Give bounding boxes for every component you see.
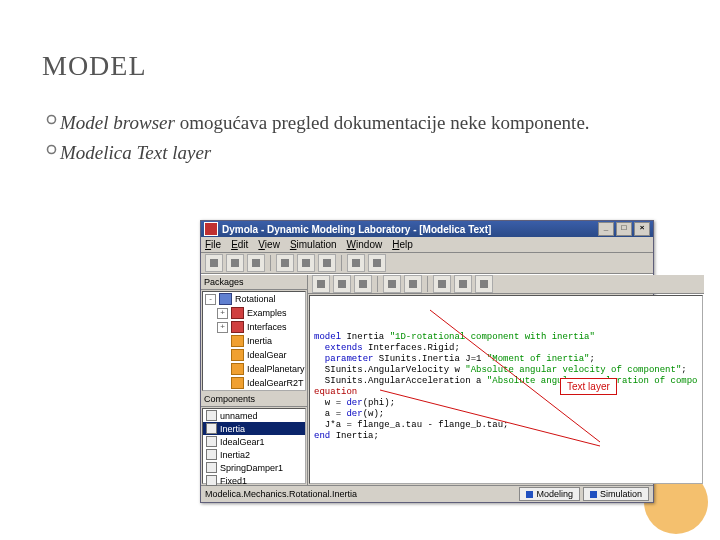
toolbar-button[interactable] bbox=[318, 254, 336, 272]
package-item[interactable]: -Rotational bbox=[203, 292, 305, 306]
toolbar-button[interactable] bbox=[354, 275, 372, 293]
status-text: Modelica.Mechanics.Rotational.Inertia bbox=[205, 489, 357, 499]
menu-help[interactable]: Help bbox=[392, 239, 413, 250]
tree-toggle-icon[interactable]: + bbox=[217, 308, 228, 319]
toolbar-button[interactable] bbox=[383, 275, 401, 293]
close-button[interactable]: × bbox=[634, 222, 650, 236]
package-icon bbox=[231, 363, 244, 375]
menu-window[interactable]: Window bbox=[347, 239, 383, 250]
code-line: model Inertia "1D-rotational component w… bbox=[314, 332, 697, 343]
editor-toolbar bbox=[308, 275, 703, 294]
main-toolbar bbox=[201, 253, 653, 274]
component-icon bbox=[206, 449, 217, 460]
menu-bar: FileEditViewSimulationWindowHelp bbox=[201, 237, 653, 253]
mode-simulation-button[interactable]: Simulation bbox=[583, 487, 649, 501]
bullet-list: Model browser omogućava pregled dokument… bbox=[42, 110, 678, 165]
minimize-button[interactable]: _ bbox=[598, 222, 614, 236]
code-editor[interactable]: model Inertia "1D-rotational component w… bbox=[309, 295, 702, 484]
package-item[interactable]: Inertia bbox=[203, 334, 305, 348]
package-label: Interfaces bbox=[247, 322, 287, 332]
packages-tree[interactable]: -Rotational+Examples+InterfacesInertiaId… bbox=[202, 291, 306, 391]
mode-led-icon bbox=[590, 491, 597, 498]
code-line: SIunits.AngularAcceleration a "Absolute … bbox=[314, 376, 697, 387]
package-icon bbox=[231, 349, 244, 361]
package-icon bbox=[231, 321, 244, 333]
svg-point-0 bbox=[47, 116, 55, 124]
toolbar-button[interactable] bbox=[347, 254, 365, 272]
component-icon bbox=[206, 462, 217, 473]
svg-point-1 bbox=[47, 145, 55, 153]
toolbar-button[interactable] bbox=[404, 275, 422, 293]
toolbar-button[interactable] bbox=[312, 275, 330, 293]
component-label: IdealGear1 bbox=[220, 437, 265, 447]
component-label: unnamed bbox=[220, 411, 258, 421]
package-icon bbox=[231, 335, 244, 347]
package-icon bbox=[231, 307, 244, 319]
component-icon bbox=[206, 423, 217, 434]
component-label: Inertia bbox=[220, 424, 245, 434]
toolbar-button[interactable] bbox=[454, 275, 472, 293]
components-header: Components bbox=[201, 392, 307, 407]
component-label: Inertia2 bbox=[220, 450, 250, 460]
package-label: IdealGear bbox=[247, 350, 287, 360]
menu-file[interactable]: File bbox=[205, 239, 221, 250]
component-item[interactable]: Fixed1 bbox=[203, 474, 305, 487]
component-icon bbox=[206, 410, 217, 421]
bullet-text: Model browser omogućava pregled dokument… bbox=[60, 110, 678, 136]
menu-view[interactable]: View bbox=[258, 239, 280, 250]
component-item[interactable]: Inertia bbox=[203, 422, 305, 435]
app-icon bbox=[204, 222, 218, 236]
package-label: Examples bbox=[247, 308, 287, 318]
window-titlebar: Dymola - Dynamic Modeling Laboratory - [… bbox=[201, 221, 653, 237]
toolbar-separator bbox=[341, 255, 342, 271]
component-item[interactable]: Inertia2 bbox=[203, 448, 305, 461]
toolbar-button[interactable] bbox=[333, 275, 351, 293]
maximize-button[interactable]: □ bbox=[616, 222, 632, 236]
bullet-icon bbox=[42, 114, 60, 136]
mode-led-icon bbox=[526, 491, 533, 498]
bullet-icon bbox=[42, 144, 60, 166]
package-icon bbox=[231, 377, 244, 389]
package-item[interactable]: +Interfaces bbox=[203, 320, 305, 334]
code-line: equation bbox=[314, 387, 697, 398]
toolbar-button[interactable] bbox=[368, 254, 386, 272]
package-item[interactable]: IdealGear bbox=[203, 348, 305, 362]
components-list[interactable]: unnamedInertiaIdealGear1Inertia2SpringDa… bbox=[202, 408, 306, 484]
component-icon bbox=[206, 475, 217, 486]
toolbar-button[interactable] bbox=[297, 254, 315, 272]
slide-title: MODEL bbox=[42, 50, 678, 82]
code-line: end Inertia; bbox=[314, 431, 697, 442]
code-line: extends Interfaces.Rigid; bbox=[314, 343, 697, 354]
component-item[interactable]: unnamed bbox=[203, 409, 305, 422]
component-label: Fixed1 bbox=[220, 476, 247, 486]
tree-toggle-icon[interactable]: - bbox=[205, 294, 216, 305]
menu-edit[interactable]: Edit bbox=[231, 239, 248, 250]
toolbar-button[interactable] bbox=[475, 275, 493, 293]
package-item[interactable]: IdealGearR2T bbox=[203, 376, 305, 390]
component-item[interactable]: SpringDamper1 bbox=[203, 461, 305, 474]
text-layer-callout: Text layer bbox=[560, 378, 617, 395]
tree-toggle-icon[interactable]: + bbox=[217, 322, 228, 333]
toolbar-button[interactable] bbox=[205, 254, 223, 272]
code-line: a = der(w); bbox=[314, 409, 697, 420]
package-item[interactable]: Spring bbox=[203, 390, 305, 391]
component-item[interactable]: IdealGear1 bbox=[203, 435, 305, 448]
toolbar-separator bbox=[270, 255, 271, 271]
mode-modeling-button[interactable]: Modeling bbox=[519, 487, 580, 501]
mode-label: Modeling bbox=[536, 489, 573, 499]
code-line: parameter SIunits.Inertia J=1 "Moment of… bbox=[314, 354, 697, 365]
toolbar-button[interactable] bbox=[276, 254, 294, 272]
toolbar-separator bbox=[427, 276, 428, 292]
code-line: w = der(phi); bbox=[314, 398, 697, 409]
toolbar-button[interactable] bbox=[247, 254, 265, 272]
component-icon bbox=[206, 436, 217, 447]
package-label: Inertia bbox=[247, 336, 272, 346]
app-screenshot: Dymola - Dynamic Modeling Laboratory - [… bbox=[200, 220, 652, 510]
component-label: SpringDamper1 bbox=[220, 463, 283, 473]
toolbar-button[interactable] bbox=[433, 275, 451, 293]
menu-simulation[interactable]: Simulation bbox=[290, 239, 337, 250]
package-label: Rotational bbox=[235, 294, 276, 304]
package-item[interactable]: IdealPlanetary bbox=[203, 362, 305, 376]
package-item[interactable]: +Examples bbox=[203, 306, 305, 320]
toolbar-button[interactable] bbox=[226, 254, 244, 272]
